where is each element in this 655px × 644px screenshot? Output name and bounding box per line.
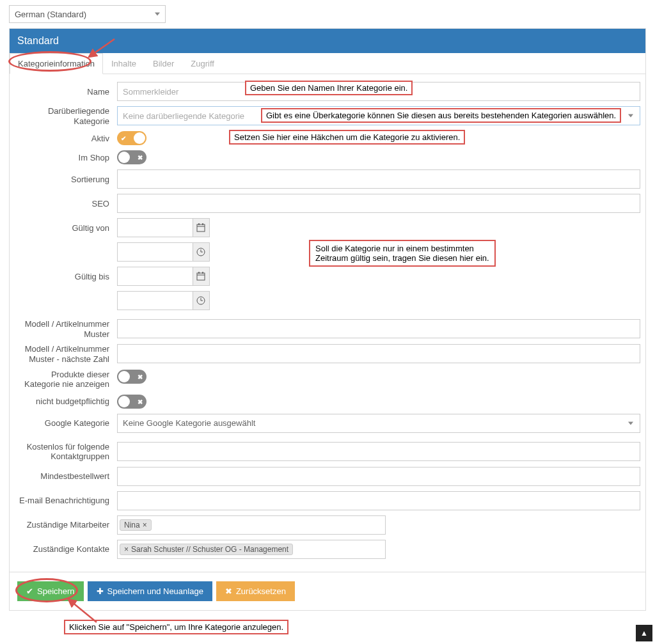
- times-icon: ✖: [138, 373, 143, 380]
- validfrom-date-input[interactable]: [117, 218, 193, 237]
- label-google: Google Kategorie: [15, 418, 117, 428]
- validto-date-input[interactable]: [117, 267, 193, 286]
- calendar-icon[interactable]: [193, 267, 210, 286]
- svg-rect-8: [197, 273, 205, 280]
- sort-input[interactable]: [117, 169, 640, 189]
- tab-bilder[interactable]: Bilder: [145, 53, 182, 74]
- label-sort: Sortierung: [15, 175, 117, 184]
- times-icon: ✖: [138, 154, 143, 161]
- modelpattern-next-input[interactable]: [117, 344, 640, 363]
- svg-line-15: [68, 599, 97, 622]
- language-select[interactable]: German (Standard): [9, 5, 166, 23]
- label-active: Aktiv: [15, 134, 117, 143]
- remove-tag-icon[interactable]: ×: [143, 521, 147, 530]
- main-panel: Standard Kategorieinformation Inhalte Bi…: [9, 28, 646, 611]
- clock-icon[interactable]: [193, 291, 210, 310]
- reset-button[interactable]: ✖ Zurücksetzen: [216, 581, 295, 601]
- employees-input[interactable]: Nina ×: [117, 515, 386, 535]
- parent-category-placeholder: Keine darüberliegende Kategorie: [123, 111, 244, 121]
- panel-header: Standard: [10, 29, 645, 53]
- label-nobudget: nicht budgetpflichtig: [15, 397, 117, 406]
- tab-kategorieinformation[interactable]: Kategorieinformation: [10, 53, 103, 74]
- tab-inhalte[interactable]: Inhalte: [103, 53, 145, 74]
- validfrom-time-input[interactable]: [117, 242, 193, 262]
- times-icon: ✖: [138, 398, 143, 405]
- hideproducts-toggle[interactable]: ✖: [117, 370, 146, 384]
- freecontact-input[interactable]: [117, 442, 640, 461]
- label-modelpattern-next: Modell / Artikelnummer Muster - nächste …: [15, 344, 117, 364]
- label-parent: Darüberliegende Kategorie: [15, 106, 117, 126]
- language-select-value: German (Standard): [15, 10, 86, 19]
- callout-name: Geben Sie den Namen Ihrer Kategorie ein.: [245, 81, 413, 95]
- label-validfrom: Gültig von: [15, 223, 117, 233]
- seo-input[interactable]: [117, 194, 640, 213]
- tabs: Kategorieinformation Inhalte Bilder Zugr…: [10, 53, 645, 74]
- google-category-select[interactable]: Keine Google Kategorie ausgewählt: [117, 414, 640, 433]
- emailnotif-input[interactable]: [117, 491, 640, 510]
- callout-validity: Soll die Kategorie nur in einem bestimmt…: [309, 240, 496, 267]
- label-emailnotif: E-mail Benachrichtigung: [15, 496, 117, 505]
- label-seo: SEO: [15, 199, 117, 208]
- label-name: Name: [15, 87, 117, 97]
- callout-parent: Gibt es eine Überkategorie können Sie di…: [261, 108, 621, 123]
- panel-title: Standard: [17, 35, 59, 46]
- modelpattern-input[interactable]: [117, 319, 640, 338]
- tab-zugriff[interactable]: Zugriff: [182, 53, 223, 74]
- clock-icon[interactable]: [193, 242, 210, 262]
- check-icon: ✔: [121, 135, 126, 142]
- callout-save: Klicken Sie auf "Speichern", um Ihre Kat…: [64, 620, 288, 634]
- remove-tag-icon[interactable]: ×: [124, 545, 129, 554]
- active-toggle[interactable]: ✔: [117, 131, 146, 145]
- chevron-up-icon: ▲: [640, 629, 648, 638]
- check-icon: ✔: [26, 586, 33, 596]
- inshop-toggle[interactable]: ✖: [117, 150, 146, 164]
- label-modelpattern: Modell / Artikelnummer Muster: [15, 319, 117, 339]
- minorder-input[interactable]: [117, 467, 640, 486]
- contacts-input[interactable]: × Sarah Schuster // Schuster OG - Manage…: [117, 540, 386, 559]
- label-hideproducts: Produkte dieser Kategorie nie anzeigen: [15, 370, 117, 389]
- label-employees: Zuständige Mitarbeiter: [15, 520, 117, 530]
- plus-icon: ✚: [97, 586, 104, 596]
- svg-rect-1: [197, 224, 205, 232]
- contact-tag[interactable]: × Sarah Schuster // Schuster OG - Manage…: [120, 544, 293, 555]
- label-validto: Gültig bis: [15, 272, 117, 281]
- validto-time-input[interactable]: [117, 291, 193, 310]
- times-icon: ✖: [225, 586, 232, 596]
- label-inshop: Im Shop: [15, 153, 117, 162]
- scroll-to-top-button[interactable]: ▲: [636, 625, 652, 641]
- employee-tag[interactable]: Nina ×: [120, 519, 152, 531]
- label-minorder: Mindestbestellwert: [15, 471, 117, 481]
- calendar-icon[interactable]: [193, 218, 210, 237]
- save-button[interactable]: ✔ Speichern: [17, 581, 84, 601]
- label-contacts: Zuständige Kontakte: [15, 544, 117, 554]
- callout-active: Setzen Sie hier eine Häkchen um die Kate…: [229, 130, 465, 145]
- save-new-button[interactable]: ✚ Speichern und Neuanlage: [88, 581, 212, 601]
- label-freecontact: Kostenlos für folgende Kontaktgruppen: [15, 442, 117, 462]
- nobudget-toggle[interactable]: ✖: [117, 395, 146, 409]
- google-category-placeholder: Keine Google Kategorie ausgewählt: [123, 418, 255, 428]
